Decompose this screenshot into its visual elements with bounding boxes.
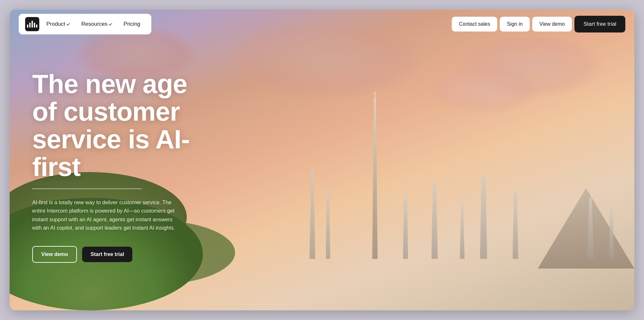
nav-product-label: Product [46, 21, 65, 27]
city-skyline [228, 72, 634, 259]
building-9 [609, 207, 614, 259]
main-tower [370, 92, 379, 259]
building-7 [513, 191, 518, 259]
start-free-trial-button-nav[interactable]: Start free trial [574, 16, 625, 32]
buildings-container [228, 72, 634, 259]
sign-in-button[interactable]: Sign in [500, 17, 530, 32]
building-8 [587, 198, 594, 259]
logo-icon[interactable] [25, 17, 39, 31]
nav-link-pricing[interactable]: Pricing [119, 18, 145, 30]
nav-pricing-label: Pricing [124, 21, 140, 27]
hero-title: The new age of customer service is AI-fi… [32, 70, 193, 181]
building-3 [403, 195, 408, 259]
building-6 [480, 175, 487, 259]
hero-buttons: View demo Start free trial [32, 246, 193, 263]
nav-link-product[interactable]: Product [42, 18, 74, 30]
building-2 [326, 188, 330, 259]
hero-description: AI-first is a totally new way to deliver… [32, 198, 180, 232]
hero-content: The new age of customer service is AI-fi… [10, 10, 216, 310]
building-1 [309, 169, 315, 259]
nav-resources-label: Resources [81, 21, 108, 27]
nav-link-resources[interactable]: Resources [77, 18, 117, 30]
navbar: Product Resources Pricing Contact sales … [10, 10, 634, 39]
logo-bar-5 [36, 24, 37, 28]
page-wrapper: Product Resources Pricing Contact sales … [10, 10, 634, 310]
chevron-down-icon [66, 22, 70, 25]
contact-sales-button[interactable]: Contact sales [452, 17, 497, 32]
logo-bar-4 [34, 23, 35, 28]
view-demo-button-nav[interactable]: View demo [532, 17, 572, 32]
view-demo-button-hero[interactable]: View demo [32, 246, 77, 263]
nav-left-group: Product Resources Pricing [19, 14, 151, 34]
building-5 [460, 201, 465, 259]
building-4 [431, 182, 438, 259]
hero-divider [32, 188, 142, 189]
nav-right-group: Contact sales Sign in View demo Start fr… [452, 16, 625, 32]
logo-bar-1 [27, 24, 28, 28]
logo-bar-3 [32, 21, 33, 28]
logo-bars [27, 21, 37, 28]
logo-bar-2 [29, 23, 31, 28]
start-free-trial-button-hero[interactable]: Start free trial [82, 247, 132, 262]
chevron-down-icon-2 [109, 22, 112, 25]
